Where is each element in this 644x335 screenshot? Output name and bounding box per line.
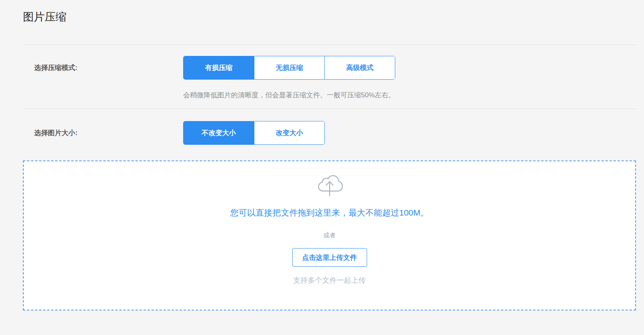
or-text: 或者 bbox=[324, 231, 336, 239]
image-size-group: 不改变大小 改变大小 bbox=[183, 121, 325, 145]
file-dropzone[interactable]: 您可以直接把文件拖到这里来，最大不能超过100M。 或者 点击这里上传文件 支持… bbox=[23, 160, 636, 310]
mode-option-advanced[interactable]: 高级模式 bbox=[324, 56, 395, 79]
cloud-upload-icon bbox=[316, 172, 343, 198]
image-compression-page: 图片压缩 选择压缩模式: 有损压缩 无损压缩 高级模式 会稍微降低图片的清晰度，… bbox=[0, 10, 644, 310]
size-option-resize[interactable]: 改变大小 bbox=[254, 121, 324, 144]
compression-mode-description: 会稍微降低图片的清晰度，但会显著压缩文件。一般可压缩50%左右。 bbox=[183, 91, 395, 100]
compression-mode-group: 有损压缩 无损压缩 高级模式 bbox=[183, 56, 395, 80]
multi-file-hint-text: 支持多个文件一起上传 bbox=[293, 275, 366, 285]
size-option-keep[interactable]: 不改变大小 bbox=[184, 121, 254, 144]
compression-mode-row: 选择压缩模式: 有损压缩 无损压缩 高级模式 会稍微降低图片的清晰度，但会显著压… bbox=[23, 45, 636, 109]
image-size-row: 选择图片大小: 不改变大小 改变大小 bbox=[23, 109, 636, 160]
compression-mode-label: 选择压缩模式: bbox=[23, 56, 183, 80]
compression-mode-content: 有损压缩 无损压缩 高级模式 会稍微降低图片的清晰度，但会显著压缩文件。一般可压… bbox=[183, 56, 395, 100]
page-title: 图片压缩 bbox=[23, 10, 636, 23]
upload-file-button[interactable]: 点击这里上传文件 bbox=[292, 248, 367, 267]
drag-instruction-text: 您可以直接把文件拖到这里来，最大不能超过100M。 bbox=[230, 207, 429, 218]
mode-option-lossless[interactable]: 无损压缩 bbox=[254, 56, 324, 79]
image-size-label: 选择图片大小: bbox=[23, 121, 183, 145]
mode-option-lossy[interactable]: 有损压缩 bbox=[184, 56, 254, 79]
